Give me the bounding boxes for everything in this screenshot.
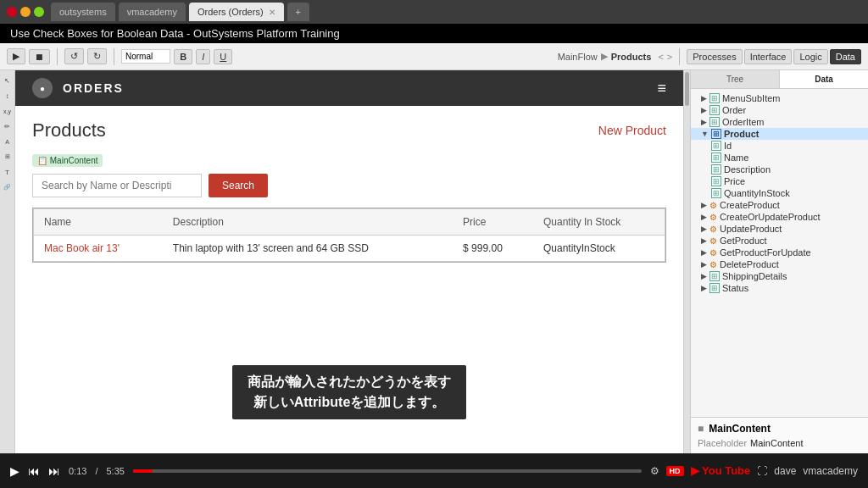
tree-item-description[interactable]: ⊞ Description xyxy=(691,164,868,175)
window-max[interactable] xyxy=(34,7,44,17)
right-panel: Tree Data ▶ ⊞ MenuSubItem ▶ ⊞ Order ▶ ⊞ … xyxy=(690,70,868,453)
toolbar-undo-btn[interactable]: ↺ xyxy=(64,48,84,64)
toolbar-bold-btn[interactable]: B xyxy=(174,49,192,64)
browser-chrome: outsystems vmacademy Orders (Orders) ✕ + xyxy=(0,0,868,24)
toolbar-stop-btn[interactable]: ⏹ xyxy=(29,49,50,64)
sidebar-arrow-icon[interactable]: ↖ xyxy=(1,74,14,87)
tree-expand-icon: ▶ xyxy=(701,260,707,269)
cell-name: Mac Book air 13' xyxy=(34,236,163,262)
tree-expand-icon: ▶ xyxy=(701,213,707,221)
tree-panel: ▶ ⊞ MenuSubItem ▶ ⊞ Order ▶ ⊞ OrderItem … xyxy=(691,89,868,417)
sidebar-pen-icon[interactable]: ✏ xyxy=(1,119,14,133)
tab-new[interactable]: + xyxy=(287,3,309,21)
tree-attr-icon: ⊞ xyxy=(711,164,721,175)
progress-bar[interactable] xyxy=(133,469,642,473)
tab-label: vmacademy xyxy=(127,7,177,17)
right-tab-data[interactable]: Data xyxy=(780,70,868,88)
breadcrumb-next[interactable]: > xyxy=(667,52,672,62)
ide-toolbar: ▶ ⏹ ↺ ↻ Normal B I U MainFlow ▶ Products… xyxy=(0,43,868,70)
vc-channel-icon[interactable]: vmacademy xyxy=(803,465,858,477)
table-body: Mac Book air 13' Thin laptop with 13' sc… xyxy=(34,236,665,262)
tree-item-id[interactable]: ⊞ Id xyxy=(691,140,868,152)
vc-time-sep: / xyxy=(95,466,97,476)
tree-item-getproduct[interactable]: ▶ ⚙ GetProduct xyxy=(691,235,868,247)
tree-expand-icon: ▶ xyxy=(701,201,707,209)
vc-total-time: 5:35 xyxy=(106,466,124,476)
vc-play-button[interactable]: ▶ xyxy=(10,464,19,478)
tree-item-order[interactable]: ▶ ⊞ Order xyxy=(691,104,868,116)
tree-item-deleteproduct[interactable]: ▶ ⚙ DeleteProduct xyxy=(691,258,868,270)
window-controls[interactable] xyxy=(7,7,44,17)
tree-item-createorupdateproduct[interactable]: ▶ ⚙ CreateOrUpdateProduct xyxy=(691,211,868,223)
tree-item-price[interactable]: ⊞ Price xyxy=(691,175,868,187)
vc-settings-icon[interactable]: ⚙ xyxy=(650,465,659,477)
youtube-logo: ▶ You Tube xyxy=(691,464,751,477)
tab-label: Orders (Orders) xyxy=(198,7,264,17)
tree-item-menusubitem[interactable]: ▶ ⊞ MenuSubItem xyxy=(691,92,868,104)
tree-item-status[interactable]: ▶ ⊞ Status xyxy=(691,282,868,294)
toolbar-sep2 xyxy=(114,48,114,65)
subtitle-line1: 商品が輸入されたかどうかを表す xyxy=(248,372,451,392)
col-name: Name xyxy=(34,209,163,236)
tree-item-product[interactable]: ▼ ⊞ Product xyxy=(691,128,868,140)
tree-item-label: Price xyxy=(724,176,745,186)
tree-item-quantityinstock[interactable]: ⊞ QuantityInStock xyxy=(691,187,868,199)
vc-right-controls: ⚙ HD ▶ You Tube ⛶ dave vmacademy xyxy=(650,464,858,477)
tab-orders[interactable]: Orders (Orders) ✕ xyxy=(189,3,284,21)
scroll-thumb[interactable] xyxy=(685,72,689,106)
search-input[interactable] xyxy=(32,174,202,197)
tab-close-icon[interactable]: ✕ xyxy=(269,8,275,17)
sidebar-text-icon[interactable]: T xyxy=(1,165,14,179)
tree-item-getproductforupdate[interactable]: ▶ ⚙ GetProductForUpdate xyxy=(691,247,868,258)
breadcrumb-flow[interactable]: MainFlow xyxy=(558,52,598,62)
sidebar-table-icon[interactable]: ⊞ xyxy=(1,150,14,164)
tree-item-label: Status xyxy=(722,283,748,293)
toolbar-italic-btn[interactable]: I xyxy=(196,49,210,64)
cell-quantity: QuantityInStock xyxy=(533,236,665,262)
vc-skip-forward-button[interactable]: ⏭ xyxy=(48,464,60,478)
toolbar-redo-btn[interactable]: ↻ xyxy=(87,48,107,64)
search-button[interactable]: Search xyxy=(209,174,268,197)
sidebar-cursor-icon[interactable]: ↕ xyxy=(1,89,14,103)
new-product-link[interactable]: New Product xyxy=(598,124,666,137)
tree-item-updateproduct[interactable]: ▶ ⚙ UpdateProduct xyxy=(691,223,868,235)
tree-item-label: CreateProduct xyxy=(720,200,780,210)
window-close[interactable] xyxy=(7,7,17,17)
tree-item-label: GetProduct xyxy=(720,236,767,246)
tree-item-name[interactable]: ⊞ Name xyxy=(691,152,868,164)
tab-logic[interactable]: Logic xyxy=(793,49,827,64)
tree-item-orderitem[interactable]: ▶ ⊞ OrderItem xyxy=(691,116,868,128)
preview-scrollbar[interactable] xyxy=(683,70,690,453)
tree-item-shippingdetails[interactable]: ▶ ⊞ ShippingDetails xyxy=(691,270,868,282)
toolbar-underline-btn[interactable]: U xyxy=(214,49,232,64)
tab-interface[interactable]: Interface xyxy=(744,49,793,64)
tab-processes[interactable]: Processes xyxy=(687,49,742,64)
vc-fullscreen-icon[interactable]: ⛶ xyxy=(757,465,767,477)
tree-attr-icon: ⊞ xyxy=(711,141,721,151)
tab-vmacademy[interactable]: vmacademy xyxy=(119,3,186,21)
breadcrumb-arrow-icon: ▶ xyxy=(601,51,608,62)
toolbar-play-btn[interactable]: ▶ xyxy=(7,48,25,64)
tree-expand-icon: ▶ xyxy=(701,248,707,257)
breadcrumb-prev[interactable]: < xyxy=(658,52,663,62)
vc-skip-back-button[interactable]: ⏮ xyxy=(28,464,40,478)
toolbar-format-dropdown[interactable]: Normal xyxy=(121,49,170,64)
tree-item-createproduct[interactable]: ▶ ⚙ CreateProduct xyxy=(691,199,868,211)
right-tab-tree[interactable]: Tree xyxy=(691,70,780,88)
sidebar-link-icon[interactable]: A xyxy=(1,135,14,148)
hamburger-menu-icon[interactable]: ≡ xyxy=(657,80,666,97)
product-name-link[interactable]: Mac Book air 13' xyxy=(44,242,120,254)
breadcrumb-current-page: Products xyxy=(611,52,652,62)
tab-data[interactable]: Data xyxy=(830,49,861,64)
tree-entity-icon: ⊞ xyxy=(709,105,720,115)
sidebar-xy-icon[interactable]: x,y xyxy=(1,104,14,118)
tree-expand-icon: ▶ xyxy=(701,106,707,114)
tree-action-icon: ⚙ xyxy=(709,201,717,210)
tree-item-label: MenuSubItem xyxy=(722,93,780,103)
sidebar-link2-icon[interactable]: 🔗 xyxy=(1,180,14,194)
window-min[interactable] xyxy=(20,7,31,17)
props-row-placeholder: Placeholder MainContent xyxy=(698,438,861,448)
tab-outsystems[interactable]: outsystems xyxy=(51,3,115,21)
tree-item-label: GetProductForUpdate xyxy=(720,247,811,258)
vc-user-icon[interactable]: dave xyxy=(774,465,796,477)
